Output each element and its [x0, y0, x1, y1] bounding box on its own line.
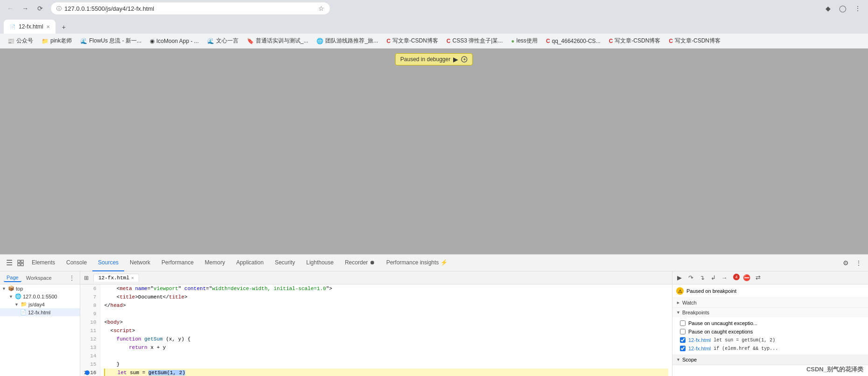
bookmark-icon-csdn1: C [386, 38, 391, 44]
breakpoint-1-checkbox[interactable] [680, 337, 686, 343]
bookmark-icon-csdn2: C [609, 38, 613, 44]
bookmark-csdn3[interactable]: C 写文章-CSDN博客 [665, 35, 724, 46]
line-num-16[interactable]: 2 16 [84, 369, 96, 376]
step-over-button[interactable] [461, 56, 468, 63]
paused-on-breakpoint-label: Paused on breakpoint [686, 288, 736, 294]
bookmark-icon-pink: 📁 [42, 38, 49, 44]
bookmark-flowus[interactable]: 🌊 FlowUs 息流 - 新一... [77, 35, 145, 46]
resume-button[interactable]: ▶ [453, 56, 458, 63]
more-button[interactable]: ⋮ [851, 2, 864, 15]
star-button[interactable]: ☆ [318, 5, 324, 12]
browser-chrome: ← → ⟳ ⓘ 127.0.0.1:5500/js/day4/12-fx.htm… [0, 0, 868, 49]
bookmark-label-putonghua: 普通话实训与测试_... [256, 37, 308, 45]
reload-button[interactable]: ⟳ [34, 2, 47, 15]
breakpoint-1-filename: 12-fx.html [688, 337, 711, 343]
tab-performance[interactable]: Performance [156, 255, 199, 271]
bookmark-label-csdn3: 写文章-CSDN博客 [675, 37, 721, 45]
code-line-12: function getSum (x, y) { [104, 335, 668, 343]
active-tab[interactable]: 📄 12-fx.html ✕ [4, 20, 56, 34]
breakpoint-2-checkbox[interactable] [680, 346, 686, 351]
right-panel-content: ⚠ Paused on breakpoint ► Watch ▼ Breakpo… [672, 284, 868, 376]
bookmark-csdn2[interactable]: C 写文章-CSDN博客 [605, 35, 665, 46]
line-num-11: 11 [84, 326, 96, 335]
tab-network[interactable]: Network [124, 255, 156, 271]
devtools-more-button[interactable]: ⋮ [853, 257, 864, 269]
bookmark-css3[interactable]: C CSS3 弹性盒子|某... [443, 35, 506, 46]
tree-item-12fxhtml[interactable]: 📄 12-fx.html [0, 308, 80, 316]
file-tab-12fxhtml[interactable]: 12-fx.html ✕ [93, 274, 139, 282]
tab-security[interactable]: Security [269, 255, 301, 271]
bookmark-gongzhonghao[interactable]: 📰 公众号 [4, 35, 37, 46]
tree-arrow-jsday4: ▼ [14, 302, 19, 307]
tab-bar: 📄 12-fx.html ✕ + [0, 17, 868, 34]
breakpoints-section-header[interactable]: ▼ Breakpoints [672, 308, 868, 317]
watch-label: Watch [682, 300, 697, 305]
tab-console[interactable]: Console [61, 255, 92, 271]
bookmark-wenxin[interactable]: 🌊 文心一言 [203, 35, 242, 46]
sidebar-tab-page[interactable]: Page [4, 274, 21, 282]
address-bar-container: ⓘ 127.0.0.1:5500/js/day4/12-fx.html ☆ [50, 2, 330, 15]
breakpoints-badge: 4 [733, 274, 740, 280]
bookmark-label-pink: pink老师 [50, 37, 72, 45]
tab-application[interactable]: Application [231, 255, 269, 271]
bookmark-icomoon[interactable]: ◉ IcoMoon App - ... [146, 36, 203, 46]
watch-section-header[interactable]: ► Watch [672, 298, 868, 307]
file-tree-more-button[interactable]: ⋮ [68, 274, 76, 282]
profile-button[interactable]: ◯ [836, 2, 849, 15]
bookmark-putonghua[interactable]: 🔖 普通话实训与测试_... [243, 35, 312, 46]
new-tab-button[interactable]: + [57, 21, 70, 34]
bookmark-qq[interactable]: C qq_46642600-CS... [542, 36, 604, 46]
tab-performance-insights[interactable]: Performance insights ⚡ [381, 255, 453, 271]
devtools-content: Page Workspace ⋮ ▼ 📦 top ▼ 🌐 127.0.0.1:5… [0, 271, 868, 376]
sidebar-tab-workspace[interactable]: Workspace [23, 274, 55, 282]
code-line-16: let sum = getSum(1, 2) [104, 369, 668, 376]
inspect-element-button[interactable] [15, 257, 26, 269]
bookmark-pink[interactable]: 📁 pink老师 [38, 35, 76, 46]
tab-sources[interactable]: Sources [92, 255, 124, 271]
tree-item-server[interactable]: ▼ 🌐 127.0.0.1:5500 [0, 292, 80, 300]
breakpoints-active-wrap: ● 4 [730, 273, 741, 283]
tab-elements-label: Elements [32, 259, 55, 266]
file-tab-close-button[interactable]: ✕ [131, 275, 134, 281]
menu-buttons: ◆ ◯ ⋮ [821, 2, 864, 15]
tab-lighthouse[interactable]: Lighthouse [301, 255, 339, 271]
tab-close-button[interactable]: ✕ [46, 24, 50, 29]
devtools-toggle-button[interactable]: ☰ [4, 257, 15, 269]
scope-section: ▼ Scope [672, 355, 868, 365]
breakpoint-item-1: 12-fx.html let sun = getSum(1, 2) [676, 336, 864, 344]
tab-memory[interactable]: Memory [199, 255, 231, 271]
address-text[interactable]: 127.0.0.1:5500/js/day4/12-fx.html [64, 5, 315, 12]
resume-execution-button[interactable]: ▶ [674, 273, 685, 283]
file-tab-label: 12-fx.html [98, 275, 129, 281]
step-over-button-rp[interactable]: ↷ [686, 273, 696, 283]
extensions-button[interactable]: ◆ [821, 2, 834, 15]
bookmark-icon-gongzhonghao: 📰 [7, 38, 14, 44]
forward-button[interactable]: → [19, 2, 32, 15]
dont-pause-exceptions-button[interactable]: ⛔ [742, 273, 752, 283]
bookmark-less[interactable]: ● less使用 [507, 35, 541, 46]
tree-icon-server: 🌐 [15, 293, 21, 299]
tree-item-jsday4[interactable]: ▼ 📁 js/day4 [0, 300, 80, 308]
bookmark-tuandui[interactable]: 🌐 团队游线路推荐_旅... [313, 35, 382, 46]
scope-section-header[interactable]: ▼ Scope [672, 355, 868, 365]
step-button[interactable]: → [719, 273, 729, 283]
pause-uncaught-checkbox[interactable] [680, 320, 686, 326]
code-line-8: </head> [104, 301, 668, 310]
bookmark-icon-putonghua: 🔖 [247, 38, 254, 44]
tree-item-top[interactable]: ▼ 📦 top [0, 284, 80, 292]
step-out-button[interactable]: ↲ [708, 273, 718, 283]
back-button[interactable]: ← [4, 2, 17, 15]
code-line-13: return x + y [104, 343, 668, 352]
tab-lighthouse-label: Lighthouse [306, 259, 334, 266]
toggle-source-button[interactable]: ⊞ [84, 275, 89, 281]
tab-elements[interactable]: Elements [26, 255, 61, 271]
bookmark-label-gongzhonghao: 公众号 [16, 37, 33, 45]
step-into-button[interactable]: ↴ [697, 273, 707, 283]
bookmark-csdn1[interactable]: C 写文章-CSDN博客 [383, 35, 442, 46]
devtools-settings-button[interactable]: ⚙ [840, 257, 851, 269]
tree-icon-12fxhtml: 📄 [20, 309, 27, 315]
pause-caught-checkbox[interactable] [680, 329, 686, 334]
expand-button[interactable]: ⇄ [753, 273, 763, 283]
tab-recorder[interactable]: Recorder ⏺ [339, 255, 381, 271]
line-num-12: 12 [84, 335, 96, 343]
